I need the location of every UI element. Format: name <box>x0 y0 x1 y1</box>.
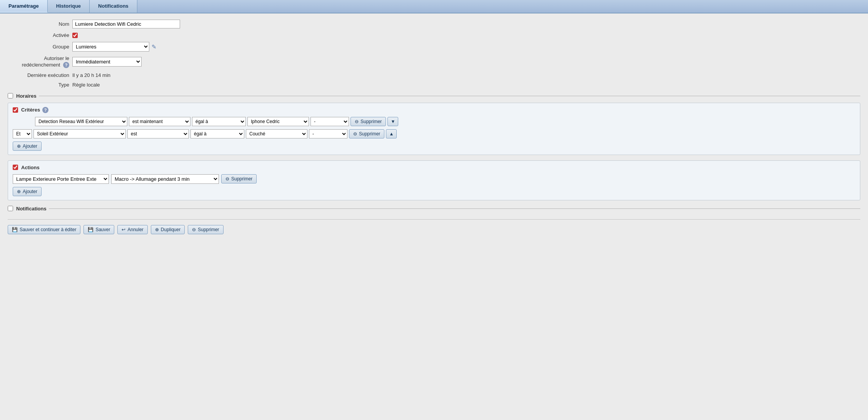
tab-notifications[interactable]: Notifications <box>90 0 137 13</box>
bottom-toolbar: 💾 Sauver et continuer à éditer 💾 Sauver … <box>8 219 860 234</box>
floppy-icon-1: 💾 <box>12 227 18 232</box>
plus-circle-icon: ⊕ <box>17 143 21 149</box>
criteria-1-value-select[interactable]: Iphone Cedric <box>247 117 309 126</box>
action-1-device-select[interactable]: Lampe Exterieure Porte Entree Exte <box>13 174 109 184</box>
horaires-section-header: Horaires <box>8 93 860 99</box>
derniere-exec-row: Dernière exécution Il y a 20 h 14 min <box>8 72 860 78</box>
tab-parametrage[interactable]: Paramétrage <box>0 0 48 13</box>
criteria-2-extra-select[interactable]: - <box>309 129 347 138</box>
tab-historique[interactable]: Historique <box>48 0 90 13</box>
horaires-checkbox[interactable] <box>8 93 13 98</box>
minus-circle-icon-2: ⊖ <box>353 131 357 137</box>
activee-checkbox[interactable] <box>72 33 78 38</box>
criteres-help-icon[interactable]: ? <box>42 107 48 113</box>
minus-circle-icon-4: ⊖ <box>192 227 196 232</box>
type-label: Type <box>8 82 69 88</box>
action-row-1: Lampe Exterieure Porte Entree Exte Macro… <box>13 174 855 184</box>
criteria-1-extra-select[interactable]: - <box>310 117 349 126</box>
derniere-exec-value: Il y a 20 h 14 min <box>72 72 110 78</box>
minus-circle-icon: ⊖ <box>355 119 359 124</box>
criteria-row-1: Detection Reseau Wifi Extérieur est main… <box>13 117 855 126</box>
criteria-2-delete-button[interactable]: ⊖ Supprimer <box>349 129 384 138</box>
actions-checkbox[interactable] <box>13 165 18 170</box>
actions-label: Actions <box>21 165 40 170</box>
horaires-label: Horaires <box>16 93 37 99</box>
notifications-section-header: Notifications <box>8 206 860 212</box>
action-1-action-select[interactable]: Macro -> Allumage pendant 3 min <box>111 174 219 184</box>
save-continue-button[interactable]: 💾 Sauver et continuer à éditer <box>8 225 80 234</box>
add-criteria-button[interactable]: ⊕ Ajouter <box>13 142 42 151</box>
notifications-checkbox[interactable] <box>8 206 13 211</box>
main-content: Nom Activée Groupe Lumieres ✎ Autoriser … <box>0 13 868 420</box>
criteria-2-value-select[interactable]: Couché <box>246 129 307 138</box>
tab-bar: Paramétrage Historique Notifications <box>0 0 868 13</box>
groupe-select[interactable]: Lumieres <box>72 42 149 52</box>
up-arrow-icon: ▲ <box>389 131 394 137</box>
type-value: Règle locale <box>72 82 100 88</box>
delete-button[interactable]: ⊖ Supprimer <box>188 225 223 234</box>
autoriser-select[interactable]: Immédiatement <box>72 57 142 67</box>
horaires-divider <box>39 96 860 96</box>
nom-label: Nom <box>8 21 69 27</box>
duplicate-button[interactable]: ⊕ Dupliquer <box>151 225 185 234</box>
action-1-delete-button[interactable]: ⊖ Supprimer <box>221 174 257 183</box>
notifications-divider <box>49 208 860 209</box>
criteria-2-connector-select[interactable]: Et <box>13 129 32 138</box>
save-button[interactable]: 💾 Sauver <box>83 225 114 234</box>
criteria-1-op2-select[interactable]: égal à <box>192 117 246 126</box>
groupe-label: Groupe <box>8 44 69 50</box>
criteria-1-op1-select[interactable]: est maintenant <box>129 117 190 126</box>
down-arrow-icon: ▼ <box>391 119 395 124</box>
criteres-checkbox[interactable] <box>13 107 18 113</box>
help-icon[interactable]: ? <box>63 62 69 68</box>
nom-input[interactable] <box>72 20 180 28</box>
criteria-2-device-select[interactable]: Soleil Extérieur <box>33 129 126 138</box>
plus-circle-icon-2: ⊕ <box>17 189 21 194</box>
autoriser-row: Autoriser le redéclenchement ? Immédiate… <box>8 55 860 68</box>
groupe-row: Groupe Lumieres ✎ <box>8 42 860 52</box>
criteres-label: Critères <box>21 107 40 113</box>
notifications-label: Notifications <box>16 206 47 212</box>
autoriser-label: Autoriser le redéclenchement ? <box>8 55 69 68</box>
pencil-icon[interactable]: ✎ <box>152 43 157 50</box>
undo-icon: ↩ <box>122 227 125 232</box>
criteria-1-delete-button[interactable]: ⊖ Supprimer <box>351 117 386 126</box>
nom-row: Nom <box>8 20 860 28</box>
criteria-row-2: Et Soleil Extérieur est égal à Couché - … <box>13 129 855 138</box>
criteria-1-down-button[interactable]: ▼ <box>387 117 398 126</box>
actions-header: Actions <box>13 165 855 170</box>
actions-section: Actions Lampe Exterieure Porte Entree Ex… <box>8 160 860 200</box>
derniere-exec-label: Dernière exécution <box>8 72 69 78</box>
criteria-2-up-button[interactable]: ▲ <box>386 129 397 138</box>
minus-circle-icon-3: ⊖ <box>225 176 229 182</box>
criteria-2-op2-select[interactable]: égal à <box>190 129 244 138</box>
add-action-button[interactable]: ⊕ Ajouter <box>13 187 42 196</box>
criteres-header: Critères ? <box>13 107 855 113</box>
criteres-section: Critères ? Detection Reseau Wifi Extérie… <box>8 103 860 155</box>
floppy-icon-2: 💾 <box>88 227 93 232</box>
criteria-2-op1-select[interactable]: est <box>127 129 189 138</box>
plus-circle-icon-3: ⊕ <box>155 227 159 232</box>
type-row: Type Règle locale <box>8 82 860 88</box>
cancel-button[interactable]: ↩ Annuler <box>117 225 147 234</box>
activee-row: Activée <box>8 32 860 38</box>
activee-label: Activée <box>8 32 69 38</box>
criteria-1-device-select[interactable]: Detection Reseau Wifi Extérieur <box>35 117 127 126</box>
